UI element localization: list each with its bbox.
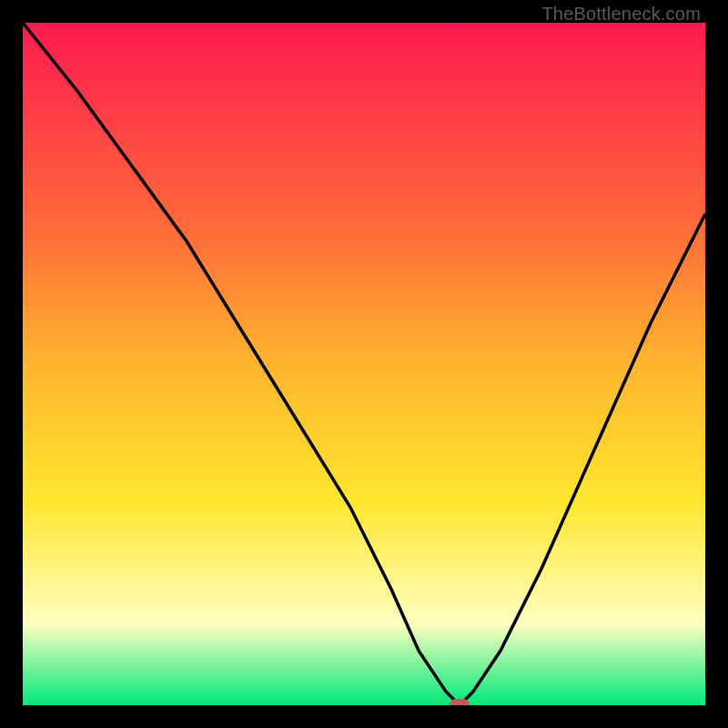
watermark-text: TheBottleneck.com — [541, 4, 701, 25]
bottleneck-curve-path — [23, 23, 705, 705]
curve-svg — [23, 23, 705, 705]
chart-frame: TheBottleneck.com — [0, 0, 728, 728]
plot-area — [23, 23, 705, 705]
optimum-marker — [450, 699, 470, 705]
